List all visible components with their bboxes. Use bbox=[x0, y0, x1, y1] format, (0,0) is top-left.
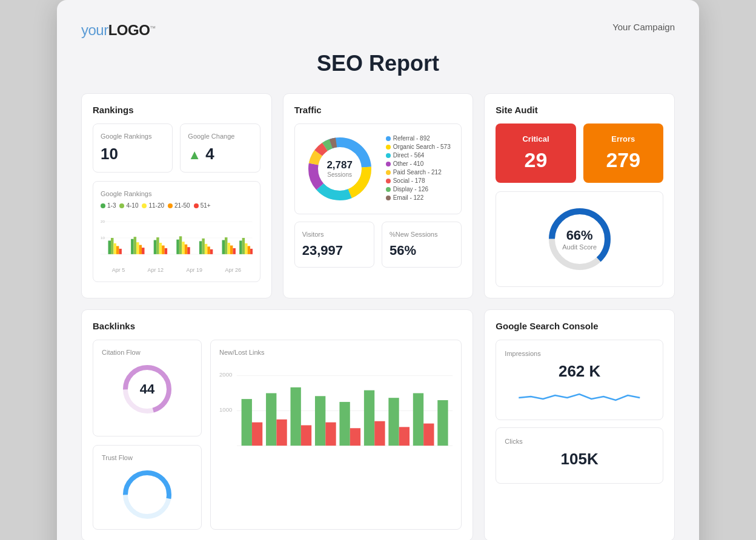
svg-rect-8 bbox=[116, 246, 119, 254]
legend-1-3: 1-3 bbox=[101, 202, 116, 209]
gsc-title: Google Search Console bbox=[496, 321, 663, 331]
google-change-value: ▲ 4 bbox=[188, 145, 252, 163]
svg-rect-38 bbox=[248, 246, 250, 254]
gsc-section: Google Search Console Impressions 262 K … bbox=[484, 309, 675, 540]
svg-rect-26 bbox=[202, 239, 204, 254]
main-grid: Rankings Google Rankings 10 Google Chang… bbox=[81, 93, 675, 540]
svg-rect-19 bbox=[165, 248, 167, 254]
backlinks-section: Backlinks Citation Flow 44 bbox=[81, 309, 473, 540]
svg-rect-25 bbox=[199, 241, 202, 254]
svg-rect-5 bbox=[108, 240, 111, 254]
svg-text:1000: 1000 bbox=[219, 406, 232, 413]
svg-rect-23 bbox=[185, 245, 187, 254]
svg-rect-28 bbox=[207, 246, 210, 254]
new-lost-label: New/Lost Links bbox=[219, 349, 453, 356]
google-rankings-label: Google Rankings bbox=[101, 133, 165, 140]
svg-rect-16 bbox=[156, 237, 159, 254]
svg-rect-74 bbox=[413, 393, 423, 446]
clicks-card: Clicks 105K bbox=[496, 427, 663, 484]
x-axis-labels: Apr 5 Apr 12 Apr 19 Apr 26 bbox=[101, 267, 253, 273]
svg-rect-32 bbox=[227, 243, 230, 254]
svg-rect-30 bbox=[222, 240, 225, 254]
rankings-mini-cards: Google Rankings 10 Google Change ▲ 4 bbox=[93, 123, 260, 173]
visitors-card: Visitors 23,997 bbox=[294, 222, 374, 268]
campaign-label: Your Campaign bbox=[612, 22, 675, 32]
svg-rect-13 bbox=[139, 245, 142, 254]
google-change-card: Google Change ▲ 4 bbox=[180, 123, 260, 173]
google-change-label: Google Change bbox=[188, 133, 252, 140]
svg-rect-27 bbox=[205, 244, 207, 254]
audit-donut: 66% Audit Score bbox=[543, 203, 616, 275]
new-lost-links-card: New/Lost Links 2000 1000 bbox=[210, 340, 462, 530]
new-lost-bar-chart: 2000 1000 bbox=[219, 362, 453, 471]
header: yourLOGO™ Your Campaign bbox=[81, 22, 675, 39]
audit-score-card: 66% Audit Score bbox=[496, 191, 663, 287]
svg-rect-37 bbox=[245, 243, 247, 254]
logo: yourLOGO™ bbox=[81, 22, 156, 39]
svg-rect-24 bbox=[187, 247, 190, 254]
svg-rect-6 bbox=[111, 238, 113, 254]
svg-rect-34 bbox=[233, 248, 235, 254]
clicks-label: Clicks bbox=[505, 438, 654, 445]
svg-rect-69 bbox=[350, 428, 360, 446]
svg-rect-31 bbox=[225, 237, 227, 254]
svg-rect-11 bbox=[134, 237, 136, 254]
legend-4-10: 4-10 bbox=[119, 202, 138, 209]
svg-rect-29 bbox=[210, 249, 213, 254]
svg-rect-39 bbox=[250, 249, 253, 254]
citation-value: 44 bbox=[140, 381, 154, 397]
svg-rect-12 bbox=[136, 242, 139, 254]
svg-text:10: 10 bbox=[101, 235, 105, 240]
trust-flow-label: Trust Flow bbox=[102, 454, 193, 461]
google-rankings-value: 10 bbox=[101, 145, 165, 163]
google-rankings-card: Google Rankings 10 bbox=[93, 123, 173, 173]
svg-rect-22 bbox=[182, 242, 184, 254]
rankings-legend: 1-3 4-10 11-20 21-50 51+ bbox=[101, 202, 253, 209]
svg-rect-65 bbox=[301, 425, 311, 446]
visitors-value: 23,997 bbox=[302, 243, 366, 258]
errors-value: 279 bbox=[591, 148, 656, 172]
new-sessions-label: %New Sessions bbox=[390, 231, 454, 238]
legend-51plus: 51+ bbox=[194, 202, 211, 209]
page-title: SEO Report bbox=[81, 51, 675, 76]
svg-rect-76 bbox=[437, 400, 448, 446]
svg-rect-64 bbox=[291, 387, 301, 446]
traffic-metric-cards: Visitors 23,997 %New Sessions 56% bbox=[294, 222, 462, 268]
svg-rect-60 bbox=[242, 399, 252, 446]
svg-rect-75 bbox=[423, 424, 434, 446]
impressions-label: Impressions bbox=[505, 350, 654, 357]
svg-rect-36 bbox=[242, 238, 245, 254]
svg-rect-73 bbox=[399, 427, 409, 446]
new-sessions-value: 56% bbox=[390, 243, 454, 258]
report-container: yourLOGO™ Your Campaign SEO Report Ranki… bbox=[57, 0, 699, 540]
audit-score-center: 66% Audit Score bbox=[562, 228, 597, 251]
svg-rect-15 bbox=[154, 240, 156, 254]
impressions-sparkline bbox=[505, 386, 654, 407]
traffic-legend: Referral - 892 Organic Search - 573 Dire… bbox=[386, 135, 451, 203]
svg-rect-18 bbox=[162, 246, 164, 254]
svg-rect-66 bbox=[315, 396, 325, 446]
svg-rect-62 bbox=[266, 393, 276, 446]
audit-badges: Critical 29 Errors 279 bbox=[496, 123, 663, 183]
errors-label: Errors bbox=[591, 134, 656, 143]
rankings-section: Rankings Google Rankings 10 Google Chang… bbox=[81, 93, 272, 298]
backlinks-title: Backlinks bbox=[93, 321, 462, 331]
critical-value: 29 bbox=[503, 148, 568, 172]
trust-donut bbox=[120, 467, 174, 522]
legend-11-20: 11-20 bbox=[142, 202, 164, 209]
trust-flow-card: Trust Flow bbox=[93, 445, 202, 530]
traffic-donut-card: 2,787 Sessions Referral - 892 Organic Se… bbox=[294, 123, 462, 214]
visitors-label: Visitors bbox=[302, 231, 366, 238]
svg-rect-67 bbox=[325, 423, 336, 446]
svg-rect-7 bbox=[113, 243, 116, 254]
svg-rect-21 bbox=[179, 236, 182, 254]
svg-rect-14 bbox=[142, 248, 144, 254]
rankings-chart-card: Google Rankings 1-3 4-10 11-20 21-50 51+… bbox=[93, 181, 260, 282]
svg-rect-35 bbox=[239, 240, 242, 254]
new-sessions-card: %New Sessions 56% bbox=[382, 222, 462, 268]
rankings-chart-label: Google Rankings bbox=[101, 190, 253, 197]
svg-rect-33 bbox=[230, 246, 233, 254]
svg-rect-71 bbox=[374, 421, 385, 446]
svg-text:2000: 2000 bbox=[219, 371, 232, 378]
svg-rect-20 bbox=[176, 240, 179, 254]
